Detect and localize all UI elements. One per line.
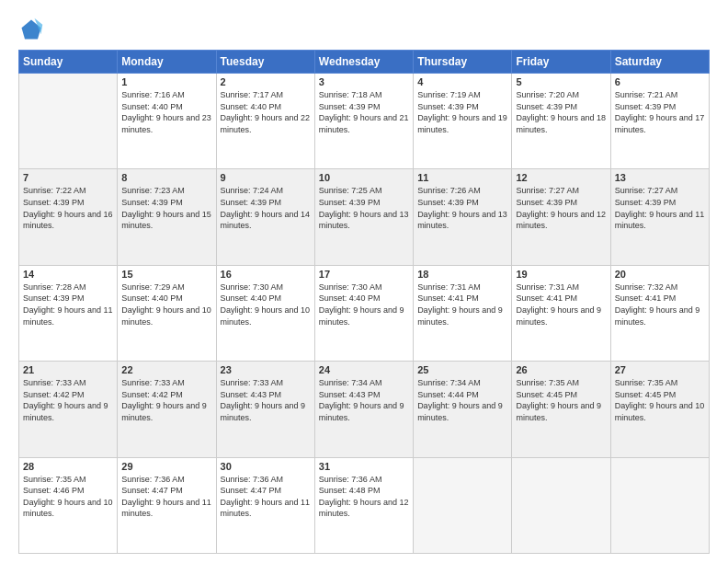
day-info: Sunrise: 7:31 AMSunset: 4:41 PMDaylight:… <box>417 282 507 327</box>
calendar-cell: 31Sunrise: 7:36 AMSunset: 4:48 PMDayligh… <box>314 457 413 553</box>
day-number: 19 <box>516 269 606 280</box>
day-number: 23 <box>221 364 311 375</box>
day-info: Sunrise: 7:25 AMSunset: 4:39 PMDaylight:… <box>319 185 409 231</box>
calendar-cell: 29Sunrise: 7:36 AMSunset: 4:47 PMDayligh… <box>118 457 216 553</box>
day-number: 13 <box>615 172 705 183</box>
calendar-cell: 5Sunrise: 7:20 AMSunset: 4:39 PMDaylight… <box>512 74 610 169</box>
day-info: Sunrise: 7:19 AMSunset: 4:39 PMDaylight:… <box>417 89 507 135</box>
day-number: 16 <box>221 269 311 280</box>
calendar-cell: 8Sunrise: 7:23 AMSunset: 4:39 PMDaylight… <box>118 169 216 265</box>
day-number: 3 <box>319 76 409 87</box>
day-info: Sunrise: 7:33 AMSunset: 4:42 PMDaylight:… <box>23 377 113 423</box>
day-info: Sunrise: 7:32 AMSunset: 4:41 PMDaylight:… <box>615 282 705 327</box>
calendar-cell: 23Sunrise: 7:33 AMSunset: 4:43 PMDayligh… <box>216 362 314 457</box>
header <box>18 17 710 42</box>
calendar-cell <box>610 457 709 553</box>
calendar-cell: 13Sunrise: 7:27 AMSunset: 4:39 PMDayligh… <box>610 169 709 265</box>
calendar-cell: 7Sunrise: 7:22 AMSunset: 4:39 PMDaylight… <box>19 169 118 265</box>
day-number: 1 <box>121 76 211 87</box>
day-info: Sunrise: 7:30 AMSunset: 4:40 PMDaylight:… <box>319 282 409 327</box>
day-info: Sunrise: 7:27 AMSunset: 4:39 PMDaylight:… <box>615 185 705 231</box>
day-info: Sunrise: 7:24 AMSunset: 4:39 PMDaylight:… <box>221 185 311 231</box>
day-number: 2 <box>221 76 311 87</box>
day-info: Sunrise: 7:35 AMSunset: 4:45 PMDaylight:… <box>516 377 606 423</box>
day-number: 15 <box>121 269 211 280</box>
day-of-week-header: Sunday <box>19 51 118 74</box>
day-info: Sunrise: 7:21 AMSunset: 4:39 PMDaylight:… <box>615 89 705 135</box>
day-number: 30 <box>221 461 311 472</box>
day-info: Sunrise: 7:36 AMSunset: 4:47 PMDaylight:… <box>121 474 211 520</box>
day-info: Sunrise: 7:23 AMSunset: 4:39 PMDaylight:… <box>121 185 211 231</box>
calendar-cell: 3Sunrise: 7:18 AMSunset: 4:39 PMDaylight… <box>314 74 413 169</box>
day-number: 12 <box>516 172 606 183</box>
calendar: SundayMondayTuesdayWednesdayThursdayFrid… <box>18 50 710 554</box>
calendar-cell: 20Sunrise: 7:32 AMSunset: 4:41 PMDayligh… <box>610 265 709 361</box>
day-number: 6 <box>615 76 705 87</box>
day-info: Sunrise: 7:18 AMSunset: 4:39 PMDaylight:… <box>319 89 409 135</box>
calendar-cell: 17Sunrise: 7:30 AMSunset: 4:40 PMDayligh… <box>314 265 413 361</box>
calendar-cell: 27Sunrise: 7:35 AMSunset: 4:45 PMDayligh… <box>610 362 709 457</box>
calendar-cell: 1Sunrise: 7:16 AMSunset: 4:40 PMDaylight… <box>118 74 216 169</box>
day-info: Sunrise: 7:35 AMSunset: 4:45 PMDaylight:… <box>615 377 705 423</box>
calendar-cell: 6Sunrise: 7:21 AMSunset: 4:39 PMDaylight… <box>610 74 709 169</box>
day-info: Sunrise: 7:20 AMSunset: 4:39 PMDaylight:… <box>516 89 606 135</box>
day-info: Sunrise: 7:29 AMSunset: 4:40 PMDaylight:… <box>121 282 211 327</box>
day-number: 20 <box>615 269 705 280</box>
calendar-cell: 30Sunrise: 7:36 AMSunset: 4:47 PMDayligh… <box>216 457 314 553</box>
day-info: Sunrise: 7:22 AMSunset: 4:39 PMDaylight:… <box>23 185 113 231</box>
calendar-cell: 21Sunrise: 7:33 AMSunset: 4:42 PMDayligh… <box>19 362 118 457</box>
day-of-week-header: Thursday <box>414 51 512 74</box>
calendar-cell: 2Sunrise: 7:17 AMSunset: 4:40 PMDaylight… <box>216 74 314 169</box>
logo <box>18 17 48 42</box>
day-of-week-header: Friday <box>512 51 610 74</box>
day-number: 9 <box>221 172 311 183</box>
day-info: Sunrise: 7:16 AMSunset: 4:40 PMDaylight:… <box>121 89 211 135</box>
day-number: 31 <box>319 461 409 472</box>
day-number: 4 <box>417 76 507 87</box>
day-info: Sunrise: 7:33 AMSunset: 4:43 PMDaylight:… <box>221 377 311 423</box>
day-number: 25 <box>417 364 507 375</box>
calendar-cell <box>19 74 118 169</box>
calendar-cell: 11Sunrise: 7:26 AMSunset: 4:39 PMDayligh… <box>414 169 512 265</box>
calendar-cell: 10Sunrise: 7:25 AMSunset: 4:39 PMDayligh… <box>314 169 413 265</box>
day-number: 5 <box>516 76 606 87</box>
day-info: Sunrise: 7:34 AMSunset: 4:43 PMDaylight:… <box>319 377 409 423</box>
day-info: Sunrise: 7:36 AMSunset: 4:48 PMDaylight:… <box>319 474 409 520</box>
day-of-week-header: Monday <box>118 51 216 74</box>
day-info: Sunrise: 7:17 AMSunset: 4:40 PMDaylight:… <box>221 89 311 135</box>
calendar-cell <box>414 457 512 553</box>
day-number: 24 <box>319 364 409 375</box>
calendar-cell: 15Sunrise: 7:29 AMSunset: 4:40 PMDayligh… <box>118 265 216 361</box>
day-number: 8 <box>121 172 211 183</box>
calendar-cell: 24Sunrise: 7:34 AMSunset: 4:43 PMDayligh… <box>314 362 413 457</box>
calendar-cell: 14Sunrise: 7:28 AMSunset: 4:39 PMDayligh… <box>19 265 118 361</box>
calendar-cell: 19Sunrise: 7:31 AMSunset: 4:41 PMDayligh… <box>512 265 610 361</box>
calendar-cell: 26Sunrise: 7:35 AMSunset: 4:45 PMDayligh… <box>512 362 610 457</box>
day-number: 10 <box>319 172 409 183</box>
day-number: 22 <box>121 364 211 375</box>
logo-icon <box>18 17 44 42</box>
day-number: 29 <box>121 461 211 472</box>
day-number: 21 <box>23 364 113 375</box>
calendar-cell: 18Sunrise: 7:31 AMSunset: 4:41 PMDayligh… <box>414 265 512 361</box>
day-number: 18 <box>417 269 507 280</box>
day-info: Sunrise: 7:36 AMSunset: 4:47 PMDaylight:… <box>221 474 311 520</box>
day-info: Sunrise: 7:28 AMSunset: 4:39 PMDaylight:… <box>23 282 113 327</box>
day-number: 28 <box>23 461 113 472</box>
day-info: Sunrise: 7:26 AMSunset: 4:39 PMDaylight:… <box>417 185 507 231</box>
calendar-cell <box>512 457 610 553</box>
day-info: Sunrise: 7:27 AMSunset: 4:39 PMDaylight:… <box>516 185 606 231</box>
day-number: 7 <box>23 172 113 183</box>
day-number: 27 <box>615 364 705 375</box>
calendar-cell: 12Sunrise: 7:27 AMSunset: 4:39 PMDayligh… <box>512 169 610 265</box>
calendar-cell: 16Sunrise: 7:30 AMSunset: 4:40 PMDayligh… <box>216 265 314 361</box>
day-info: Sunrise: 7:30 AMSunset: 4:40 PMDaylight:… <box>221 282 311 327</box>
day-number: 14 <box>23 269 113 280</box>
day-of-week-header: Wednesday <box>314 51 413 74</box>
day-of-week-header: Saturday <box>610 51 709 74</box>
calendar-cell: 28Sunrise: 7:35 AMSunset: 4:46 PMDayligh… <box>19 457 118 553</box>
day-number: 17 <box>319 269 409 280</box>
calendar-cell: 4Sunrise: 7:19 AMSunset: 4:39 PMDaylight… <box>414 74 512 169</box>
day-number: 26 <box>516 364 606 375</box>
day-info: Sunrise: 7:33 AMSunset: 4:42 PMDaylight:… <box>121 377 211 423</box>
